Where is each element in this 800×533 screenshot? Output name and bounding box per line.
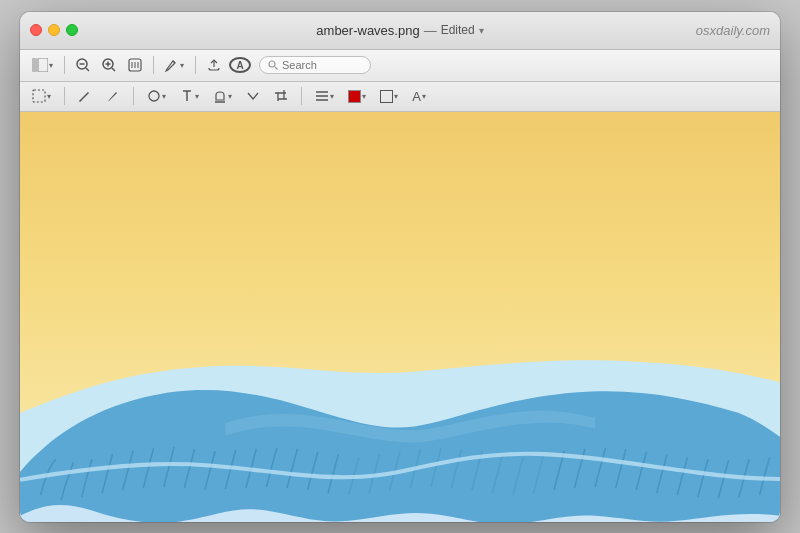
adjust-button[interactable] bbox=[242, 85, 264, 107]
lines-arrow: ▾ bbox=[330, 92, 334, 101]
pen-icon bbox=[78, 89, 92, 103]
shapes-arrow: ▾ bbox=[162, 92, 166, 101]
watermark-text: osxdaily.com bbox=[696, 23, 770, 38]
export-icon bbox=[207, 58, 221, 72]
lines-button[interactable]: ▾ bbox=[311, 85, 338, 107]
markup-button[interactable]: ▾ bbox=[161, 54, 188, 76]
minimize-button[interactable] bbox=[48, 24, 60, 36]
divider-1 bbox=[64, 56, 65, 74]
divider-3 bbox=[195, 56, 196, 74]
sidebar-toggle-button[interactable]: ▾ bbox=[28, 54, 57, 76]
maximize-button[interactable] bbox=[66, 24, 78, 36]
text-button[interactable]: ▾ bbox=[176, 85, 203, 107]
pen2-tool-button[interactable] bbox=[102, 85, 124, 107]
svg-line-8 bbox=[112, 68, 115, 71]
select-icon bbox=[32, 89, 46, 103]
stamp-icon bbox=[213, 89, 227, 103]
select-arrow: ▾ bbox=[47, 92, 51, 101]
pen-tool-button[interactable] bbox=[74, 85, 96, 107]
divider-t2 bbox=[133, 87, 134, 105]
stamp-arrow: ▾ bbox=[228, 92, 232, 101]
font-button[interactable]: A ▾ bbox=[408, 85, 430, 107]
zoom-in-icon bbox=[102, 58, 116, 72]
close-button[interactable] bbox=[30, 24, 42, 36]
crop-button[interactable] bbox=[270, 85, 292, 107]
svg-line-16 bbox=[275, 67, 278, 70]
search-box[interactable] bbox=[259, 56, 371, 74]
svg-rect-17 bbox=[33, 90, 45, 102]
shapes-button[interactable]: ▾ bbox=[143, 85, 170, 107]
shapes-icon bbox=[147, 89, 161, 103]
edited-label: Edited bbox=[441, 23, 475, 37]
divider-t1 bbox=[64, 87, 65, 105]
color-button[interactable]: ▾ bbox=[344, 85, 370, 107]
titlebar-right: osxdaily.com bbox=[696, 23, 770, 38]
svg-point-15 bbox=[269, 61, 275, 67]
lines-icon bbox=[315, 90, 329, 102]
border-swatch bbox=[380, 90, 393, 103]
export-button[interactable] bbox=[203, 54, 225, 76]
svg-rect-1 bbox=[38, 58, 48, 72]
stamp-button[interactable]: ▾ bbox=[209, 85, 236, 107]
title-separator: — bbox=[424, 23, 437, 38]
text-icon bbox=[180, 89, 194, 103]
zoom-out-icon bbox=[76, 58, 90, 72]
markup-arrow: ▾ bbox=[180, 61, 184, 70]
title-chevron[interactable]: ▾ bbox=[479, 25, 484, 36]
titlebar: amber-waves.png — Edited ▾ osxdaily.com bbox=[20, 12, 780, 50]
zoom-out-button[interactable] bbox=[72, 54, 94, 76]
pen2-icon bbox=[106, 89, 120, 103]
search-icon bbox=[268, 60, 278, 70]
search-input[interactable] bbox=[282, 59, 362, 71]
divider-t3 bbox=[301, 87, 302, 105]
zoom-in-button[interactable] bbox=[98, 54, 120, 76]
toolbar-annotation: ▾ ▾ ▾ bbox=[20, 82, 780, 112]
svg-line-13 bbox=[173, 61, 175, 63]
font-arrow: ▾ bbox=[422, 92, 426, 101]
canvas-area bbox=[20, 112, 780, 522]
toolbar-main: ▾ bbox=[20, 50, 780, 82]
sidebar-arrow: ▾ bbox=[49, 61, 53, 70]
color-arrow: ▾ bbox=[362, 92, 366, 101]
adjust-icon bbox=[246, 89, 260, 103]
share-button[interactable] bbox=[124, 54, 146, 76]
font-icon: A bbox=[412, 89, 421, 104]
image-canvas bbox=[20, 112, 780, 522]
svg-line-4 bbox=[86, 68, 89, 71]
info-button[interactable]: A bbox=[229, 57, 251, 73]
crop-icon bbox=[274, 89, 288, 103]
svg-rect-0 bbox=[32, 58, 37, 72]
select-tool-button[interactable]: ▾ bbox=[28, 85, 55, 107]
border-arrow: ▾ bbox=[394, 92, 398, 101]
color-swatch bbox=[348, 90, 361, 103]
preview-window: amber-waves.png — Edited ▾ osxdaily.com … bbox=[20, 12, 780, 522]
share-icon bbox=[128, 58, 142, 72]
pencil-icon bbox=[165, 58, 177, 72]
text-arrow: ▾ bbox=[195, 92, 199, 101]
traffic-lights bbox=[30, 24, 78, 36]
filename-label: amber-waves.png bbox=[316, 23, 419, 38]
sidebar-icon bbox=[32, 58, 48, 72]
titlebar-center: amber-waves.png — Edited ▾ bbox=[316, 23, 483, 38]
svg-point-19 bbox=[149, 91, 159, 101]
border-button[interactable]: ▾ bbox=[376, 85, 402, 107]
divider-2 bbox=[153, 56, 154, 74]
